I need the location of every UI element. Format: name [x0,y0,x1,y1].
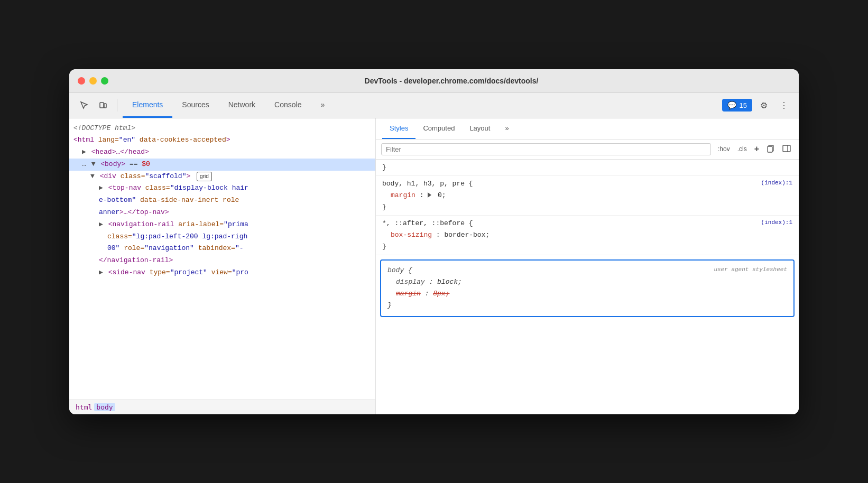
close-button[interactable] [78,77,85,85]
add-style-button[interactable]: + [752,143,762,155]
sidebar-toggle-button[interactable] [780,143,793,156]
rule-selector-line-2: *, ::after, ::before { (index):1 [382,218,792,229]
svg-rect-3 [768,146,772,152]
title-bar: DevTools - developer.chrome.com/docs/dev… [69,69,799,93]
rule-box-sizing: box-sizing : border-box; [382,229,792,241]
toolbar-divider [117,99,117,112]
rule-selector-line: body, h1, h3, p, pre { (index):1 [382,178,792,190]
breadcrumb-body[interactable]: body [94,403,115,411]
dom-top-nav-2[interactable]: e-bottom" data-side-nav-inert role [69,194,375,207]
breadcrumb: html body [69,400,375,414]
device-toggle-button[interactable] [95,97,112,114]
dom-nav-rail-2[interactable]: class="lg:pad-left-200 lg:pad-righ [69,231,375,243]
copy-styles-button[interactable] [764,143,778,156]
window-title: DevTools - developer.chrome.com/docs/dev… [113,77,790,85]
dom-doctype[interactable]: <!DOCTYPE html> [69,123,375,135]
maximize-button[interactable] [101,77,108,85]
dom-nav-rail-close[interactable]: </navigation-rail> [69,255,375,267]
style-rule-partial: } [376,160,799,176]
devtools-toolbar: Elements Sources Network Console » 💬 15 … [69,93,799,118]
style-rule-body-ua: body { user agent stylesheet display : b… [380,259,795,317]
breadcrumb-html[interactable]: html [76,403,92,411]
filter-input[interactable] [381,143,711,155]
dom-head[interactable]: ▶ <head>…</head> [69,146,375,159]
toolbar-right: 💬 15 ⚙ ⋮ [722,97,792,114]
more-vert-icon: ⋮ [780,100,788,110]
tab-computed[interactable]: Computed [415,118,462,139]
dom-nav-rail-1[interactable]: ▶ <navigation-rail aria-label="prima [69,219,375,231]
dom-top-nav-1[interactable]: ▶ <top-nav class="display-block hair [69,182,375,194]
style-rule-body-h1: body, h1, h3, p, pre { (index):1 margin … [376,176,799,216]
tab-more[interactable]: » [311,92,334,118]
tab-navigation: Elements Sources Network Console » [123,92,720,118]
rule-selector-line-3: body { user agent stylesheet [387,265,787,276]
settings-button[interactable]: ⚙ [755,97,772,114]
rule-margin-strikethrough: margin : 8px; [387,288,787,300]
tab-elements[interactable]: Elements [123,92,172,118]
rule-property-line: margin : 0; [382,190,792,201]
tab-network[interactable]: Network [219,92,265,118]
dom-top-nav-3[interactable]: anner>…</top-nav> [69,207,375,219]
gear-icon: ⚙ [760,100,768,110]
tab-console[interactable]: Console [265,92,311,118]
rule-display: display : block; [387,276,787,288]
rule-close-2: } [382,201,792,213]
rule-close-4: } [387,300,787,311]
console-badge-button[interactable]: 💬 15 [722,99,752,112]
devtools-window: DevTools - developer.chrome.com/docs/dev… [69,69,799,414]
hov-filter-button[interactable]: :hov [715,144,733,154]
dom-nav-rail-3[interactable]: 00" role="navigation" tabindex="- [69,243,375,255]
dom-body[interactable]: … ▼ <body> == $0 [69,159,375,171]
styles-panel: Styles Computed Layout » :hov .cls + [376,118,799,414]
more-options-button[interactable]: ⋮ [775,97,792,114]
dom-div-scaffold[interactable]: ▼ <div class="scaffold"> grid [69,171,375,183]
styles-content: } body, h1, h3, p, pre { (index):1 margi… [376,160,799,414]
rule-close-3: } [382,241,792,253]
tab-more-styles[interactable]: » [497,118,516,139]
svg-rect-1 [104,104,106,108]
inspect-element-button[interactable] [76,97,93,114]
elements-tree[interactable]: <!DOCTYPE html> <html lang="en" data-coo… [69,118,375,400]
elements-panel: <!DOCTYPE html> <html lang="en" data-coo… [69,118,376,414]
styles-tabs: Styles Computed Layout » [376,118,799,140]
rule-close-brace: } [382,162,792,173]
devtools-main: <!DOCTYPE html> <html lang="en" data-coo… [69,118,799,414]
dom-side-nav[interactable]: ▶ <side-nav type="project" view="pro [69,267,375,279]
dom-html[interactable]: <html lang="en" data-cookies-accepted> [69,134,375,146]
minimize-button[interactable] [89,77,97,85]
tab-sources[interactable]: Sources [172,92,218,118]
style-rule-star: *, ::after, ::before { (index):1 box-siz… [376,216,799,255]
svg-rect-4 [783,145,790,152]
filter-actions: :hov .cls + [715,143,793,156]
traffic-lights [78,77,108,85]
svg-rect-0 [100,103,104,108]
tab-styles[interactable]: Styles [382,118,415,139]
console-icon: 💬 [727,101,736,109]
styles-filter-bar: :hov .cls + [376,140,799,160]
cls-filter-button[interactable]: .cls [735,144,750,154]
tab-layout[interactable]: Layout [462,118,497,139]
